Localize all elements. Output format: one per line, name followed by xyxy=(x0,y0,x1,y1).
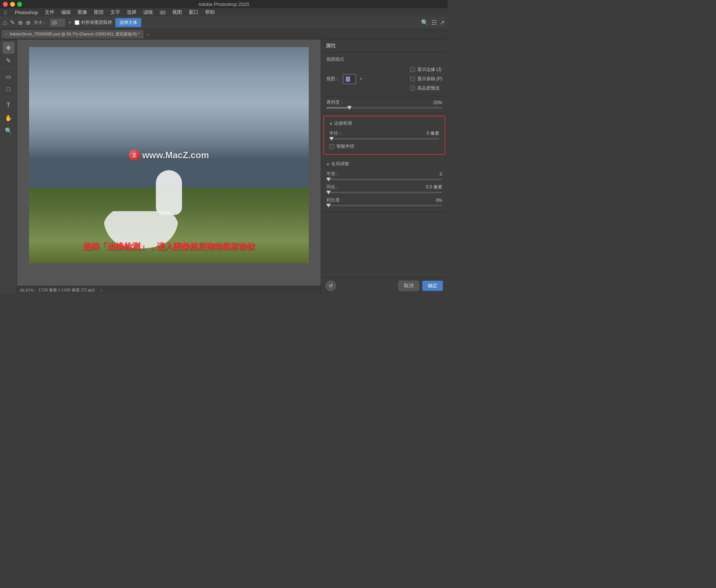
smart-radius-label: 智能半径 xyxy=(336,143,354,150)
apple-menu[interactable]:  xyxy=(1,9,9,16)
size-dropdown-icon[interactable]: ▼ xyxy=(68,21,72,25)
tool-zoom[interactable]: 🔍 xyxy=(3,125,15,137)
transparency-track[interactable] xyxy=(326,107,442,109)
menu-view[interactable]: 视图 xyxy=(169,8,185,16)
transparency-value: 20% xyxy=(433,100,442,105)
contrast-thumb[interactable] xyxy=(326,204,331,207)
search-icon[interactable]: 🔍 xyxy=(421,19,428,26)
traffic-lights xyxy=(3,2,22,7)
watermark-icon: Z xyxy=(129,150,140,161)
tab-title: AdobeStock_78360685.psd @ 66.7% (Dancer-… xyxy=(10,31,140,37)
transparency-thumb[interactable] xyxy=(347,106,352,110)
panel-header: 属性 xyxy=(321,40,448,53)
smooth-value: 0 xyxy=(440,172,442,177)
status-arrow[interactable]: › xyxy=(101,288,102,293)
zoom-level: 66.67% xyxy=(20,288,34,293)
tool-type[interactable]: T xyxy=(3,99,15,111)
ok-button[interactable]: 确定 xyxy=(422,281,443,291)
select-subject-button[interactable]: 选择主体 xyxy=(115,18,141,27)
hq-preview-checkbox[interactable] xyxy=(410,86,415,91)
menu-photoshop[interactable]: Photoshop xyxy=(12,9,41,16)
tab-close-icon[interactable]: × xyxy=(5,32,7,36)
cancel-button[interactable]: 取消 xyxy=(398,281,419,291)
global-adj-label: 全局调整 xyxy=(331,161,349,167)
contrast-label: 对比度： xyxy=(326,197,344,203)
menu-filter[interactable]: 滤镜 xyxy=(140,8,156,16)
feather-row: 羽化： 0.0 像素 xyxy=(326,184,442,190)
tool-move[interactable]: ✥ xyxy=(3,42,15,54)
target2-icon[interactable]: ⊕ xyxy=(26,19,31,26)
tool-lasso[interactable]: ▭ xyxy=(3,71,15,82)
all-layers-checkbox[interactable] xyxy=(75,20,79,25)
show-original-checkbox-row: 显示原稿 (P) xyxy=(410,75,442,83)
app-title: Adobe Photoshop 2020 xyxy=(198,1,249,7)
size-input[interactable] xyxy=(50,19,65,26)
smooth-label: 平滑： xyxy=(326,171,340,177)
watermark: Z www.MacZ.com xyxy=(129,150,209,161)
watermark-text: www.MacZ.com xyxy=(142,150,209,160)
home-icon[interactable]: ⌂ xyxy=(3,19,7,26)
close-button[interactable] xyxy=(3,2,8,7)
view-mode-section: 视图模式 视图： ▼ 显示边缘 (J) xyxy=(321,53,448,96)
toolbar-divider-1 xyxy=(3,68,14,69)
edge-detection-title: ∨ 边缘检测 xyxy=(329,120,439,126)
dancer-body xyxy=(156,170,182,215)
svg-rect-1 xyxy=(346,76,350,82)
show-edge-label: 显示边缘 (J) xyxy=(417,66,442,73)
tool-brush[interactable]: ✎ xyxy=(3,54,15,66)
tool-hand[interactable]: ✋ xyxy=(3,112,15,124)
feather-thumb[interactable] xyxy=(326,191,331,194)
panel-title: 属性 xyxy=(326,43,336,49)
menu-file[interactable]: 文件 xyxy=(42,8,57,16)
reset-button[interactable]: ↺ xyxy=(326,281,336,291)
show-edge-checkbox[interactable] xyxy=(410,67,415,72)
panel-expand-icon[interactable]: » xyxy=(145,32,152,37)
global-collapse-icon[interactable]: ∨ xyxy=(326,162,330,167)
all-layers-checkbox-label[interactable]: 对所有图层取样 xyxy=(75,19,112,26)
title-bar: Adobe Photoshop 2020 xyxy=(0,0,448,8)
minimize-button[interactable] xyxy=(10,2,15,7)
show-original-checkbox[interactable] xyxy=(410,76,415,81)
zoom-button[interactable] xyxy=(17,2,22,7)
contrast-track[interactable] xyxy=(326,205,442,206)
menu-image[interactable]: 图像 xyxy=(75,8,90,16)
contrast-row: 对比度： 0% xyxy=(326,197,442,203)
view-mode-label: 视图模式 xyxy=(326,56,442,63)
radius-label: 半径： xyxy=(329,130,343,137)
instruction-text: 选择「边缘检测」，进入图像然后拖动鼠标涂抹 xyxy=(83,241,255,252)
view-thumbnail[interactable] xyxy=(343,74,356,84)
radius-thumb[interactable] xyxy=(329,137,334,141)
show-edge-checkbox-row: 显示边缘 (J) xyxy=(410,66,442,74)
share-icon[interactable]: ↗ xyxy=(440,19,445,26)
left-toolbar: ✥ ✎ ▭ □ T ✋ 🔍 xyxy=(0,40,17,294)
view-dropdown-arrow[interactable]: ▼ xyxy=(359,77,363,81)
smart-radius-checkbox[interactable] xyxy=(329,144,334,149)
global-adjustment-section: ∨ 全局调整 平滑： 0 羽化： 0.0 像素 xyxy=(321,157,448,212)
arrange-icon[interactable]: ☷ xyxy=(431,19,437,26)
tool-eraser[interactable]: □ xyxy=(3,83,15,95)
menu-select[interactable]: 选择 xyxy=(124,8,139,16)
transparency-row: 透明度： 20% xyxy=(326,99,442,106)
smooth-thumb[interactable] xyxy=(326,178,331,181)
menu-edit[interactable]: 编辑 xyxy=(58,8,74,16)
sky-bg xyxy=(29,47,309,188)
tab-bar: × AdobeStock_78360685.psd @ 66.7% (Dance… xyxy=(0,29,448,40)
status-bar: 66.67% 1728 像素 x 1100 像素 (72 ppi) › xyxy=(17,286,321,294)
smooth-track[interactable] xyxy=(326,179,442,180)
view-thumb-img xyxy=(344,75,355,83)
canvas-image[interactable]: Z www.MacZ.com 选择「边缘检测」，进入图像然后拖动鼠标涂抹 xyxy=(29,47,309,263)
menu-window[interactable]: 窗口 xyxy=(186,8,201,16)
right-panel: 属性 视图模式 视图： ▼ 显示边缘 (J) xyxy=(321,40,448,294)
document-tab[interactable]: × AdobeStock_78360685.psd @ 66.7% (Dance… xyxy=(1,30,144,38)
edge-collapse-icon[interactable]: ∨ xyxy=(329,121,333,126)
menu-3d[interactable]: 3D xyxy=(157,9,169,16)
menu-layer[interactable]: 图层 xyxy=(91,8,107,16)
menu-type[interactable]: 文字 xyxy=(107,8,123,16)
menu-help[interactable]: 帮助 xyxy=(202,8,218,16)
transparency-label: 透明度： xyxy=(326,99,344,106)
feather-track[interactable] xyxy=(326,192,442,193)
show-original-label: 显示原稿 (P) xyxy=(417,76,442,82)
target-icon[interactable]: ⊕ xyxy=(18,19,23,26)
radius-track[interactable] xyxy=(329,138,439,140)
brush-icon[interactable]: ✎ xyxy=(10,19,15,26)
